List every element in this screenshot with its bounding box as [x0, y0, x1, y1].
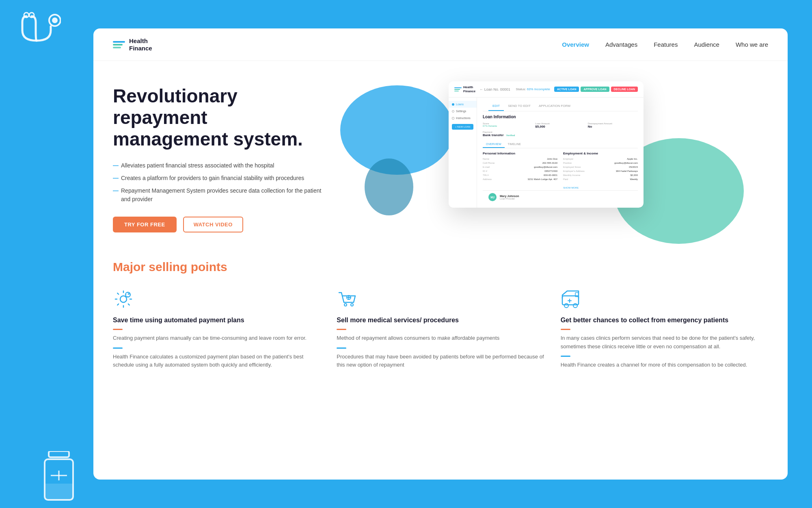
app-header: HealthFinance ← Loan No. 00001 Status: 6… — [449, 81, 644, 98]
user-avatar: MJ — [488, 193, 497, 201]
watch-video-button[interactable]: WATCH VIDEO — [183, 217, 243, 232]
section-overview[interactable]: OVERVIEW — [483, 141, 505, 148]
app-body: Loans Settings Instructions + NEW LOAN — [449, 98, 644, 208]
selling-divider-3b — [561, 356, 570, 357]
personal-info-col: Personal Information Name John Doe Cell … — [483, 152, 557, 190]
selling-item-3: Get better chances to collect from emerg… — [561, 289, 768, 369]
ambulance-icon — [561, 289, 582, 310]
selling-divider-2b — [337, 347, 346, 349]
app-breadcrumb: ← Loan No. 00001 — [479, 87, 510, 91]
downpayment-value: No — [588, 125, 638, 128]
svg-rect-7 — [49, 451, 69, 457]
app-logo: HealthFinance — [454, 85, 475, 93]
field-tin: TIN # 000-00-0001 — [483, 174, 557, 176]
logo-icon — [113, 41, 125, 48]
svg-point-22 — [573, 304, 577, 308]
settings-icon — [452, 110, 454, 113]
app-screenshot: HealthFinance ← Loan No. 00001 Status: 6… — [449, 81, 644, 208]
selling-divider-2a — [337, 329, 346, 330]
field-employer-address: Employer's Address 304 Fadel Parkways — [563, 170, 638, 172]
loans-icon — [452, 103, 454, 106]
hero-left: Revolutionary repayment management syste… — [113, 77, 324, 240]
app-two-col: Personal Information Name John Doe Cell … — [483, 152, 638, 190]
new-loan-button[interactable]: + NEW LOAN — [452, 124, 473, 130]
sidebar-instructions-label: Instructions — [456, 117, 471, 119]
field-paid: Paid Weekly — [563, 178, 638, 180]
user-role: Loan Provider — [500, 198, 519, 200]
field-employer: Employer Apple Inc. — [563, 158, 638, 160]
selling-item-2-text1: Method of repayment allows consumers to … — [337, 334, 544, 343]
nav-features[interactable]: Features — [654, 41, 678, 48]
section-tabs: OVERVIEW TIMELINE — [483, 141, 638, 148]
selling-item-1: Save time using automated payment plans … — [113, 289, 320, 369]
sidebar-settings[interactable]: Settings — [449, 108, 477, 115]
logo-line-2 — [113, 44, 123, 46]
user-name: Mary Johnson — [500, 195, 519, 198]
selling-item-3-text1: In many cases clinics perform services t… — [561, 334, 768, 351]
nav-advantages[interactable]: Advantages — [605, 41, 637, 48]
hero-bullet-3: Repayment Management System provides sec… — [113, 187, 324, 204]
field-name: Name John Doe — [483, 158, 557, 160]
sidebar-instructions[interactable]: Instructions — [449, 115, 477, 122]
field-employed-since: Employed Since 05/2015 — [563, 166, 638, 168]
user-info: Mary Johnson Loan Provider — [500, 195, 519, 200]
hero-bullet-2: Creates a platform for providers to gain… — [113, 174, 324, 182]
payment-value: Bank transfer Verified — [483, 133, 533, 137]
nav-who-we-are[interactable]: Who we are — [736, 41, 768, 48]
selling-grid: Save time using automated payment plans … — [113, 289, 768, 369]
hero-bullets: Alleviates patient financial stress asso… — [113, 161, 324, 204]
approve-loan-button[interactable]: APPROVE LOAN — [581, 87, 609, 92]
selling-item-1-text2: Health Finance calculates a customized p… — [113, 353, 320, 370]
tab-edit[interactable]: EDIT — [488, 102, 504, 111]
nav-overview[interactable]: Overview — [562, 41, 589, 48]
loan-info-title: Loan Information — [483, 115, 638, 119]
app-tabs: EDIT SEND TO EDIT APPLICATION FORM — [483, 102, 638, 111]
stethoscope-icon — [16, 8, 61, 53]
svg-point-15 — [351, 304, 353, 306]
loan-amount-value: $5,000 — [535, 125, 585, 128]
app-sidebar: Loans Settings Instructions + NEW LOAN — [449, 98, 477, 208]
tab-application-form[interactable]: APPLICATION FORM — [535, 102, 574, 111]
svg-rect-11 — [45, 484, 73, 500]
medicine-bottle-icon — [41, 451, 77, 500]
svg-point-21 — [564, 304, 568, 308]
app-action-buttons: ACTIVE LOAN APPROVE LOAN DECLINE LOAN — [554, 87, 638, 92]
downpayment: Downpayment Amount No — [588, 122, 638, 128]
tab-send-to-edit[interactable]: SEND TO EDIT — [504, 102, 535, 111]
sidebar-settings-label: Settings — [456, 110, 466, 113]
field-address: Address 3231 Walsh Lodge Apt. 407 — [483, 178, 557, 180]
app-logo-line-1 — [454, 87, 462, 88]
section-timeline[interactable]: TIMELINE — [505, 141, 524, 148]
nav-audience[interactable]: Audience — [694, 41, 719, 48]
logo: Health Finance — [113, 37, 152, 52]
app-content: EDIT SEND TO EDIT APPLICATION FORM Loan … — [477, 98, 644, 208]
hero-buttons: TRY FOR FREE WATCH VIDEO — [113, 217, 324, 232]
show-more-link[interactable]: SHOW MORE — [563, 187, 579, 189]
hero-right: HealthFinance ← Loan No. 00001 Status: 6… — [324, 77, 768, 240]
sidebar-loans-label: Loans — [456, 103, 464, 106]
app-status: Status: 63% Incomplete — [516, 87, 551, 91]
active-loan-button[interactable]: ACTIVE LOAN — [554, 87, 579, 92]
try-for-free-button[interactable]: TRY FOR FREE — [113, 217, 177, 232]
logo-text: Health Finance — [129, 37, 152, 52]
app-status-value: 63% Incomplete — [527, 87, 550, 91]
loan-amount: Loan Amount $5,000 — [535, 122, 585, 128]
decline-loan-button[interactable]: DECLINE LOAN — [611, 87, 638, 92]
hero-bullet-1: Alleviates patient financial stress asso… — [113, 161, 324, 170]
selling-divider-1a — [113, 329, 123, 330]
sidebar-loans[interactable]: Loans — [449, 101, 477, 108]
field-phone: Cell Phone 202-555-0130 — [483, 162, 557, 164]
app-logo-lines — [454, 87, 462, 91]
svg-point-14 — [344, 304, 347, 306]
selling-item-2-title: Sell more medical services/ procedures — [337, 316, 544, 325]
app-status-label: Status: — [516, 87, 526, 91]
loan-score: Score 67% Reliable — [483, 122, 533, 128]
logo-text-line1: Health — [129, 37, 152, 45]
selling-item-2-text2: Procedures that may have been avoided by… — [337, 353, 544, 370]
payment-verified: Verified — [506, 134, 515, 137]
app-logo-line-3 — [454, 91, 459, 91]
field-id: ID # DB3772430 — [483, 170, 557, 172]
selling-divider-1b — [113, 347, 123, 349]
show-more-row: SHOW MORE — [563, 183, 638, 190]
score-value: 67% Reliable — [483, 125, 533, 127]
